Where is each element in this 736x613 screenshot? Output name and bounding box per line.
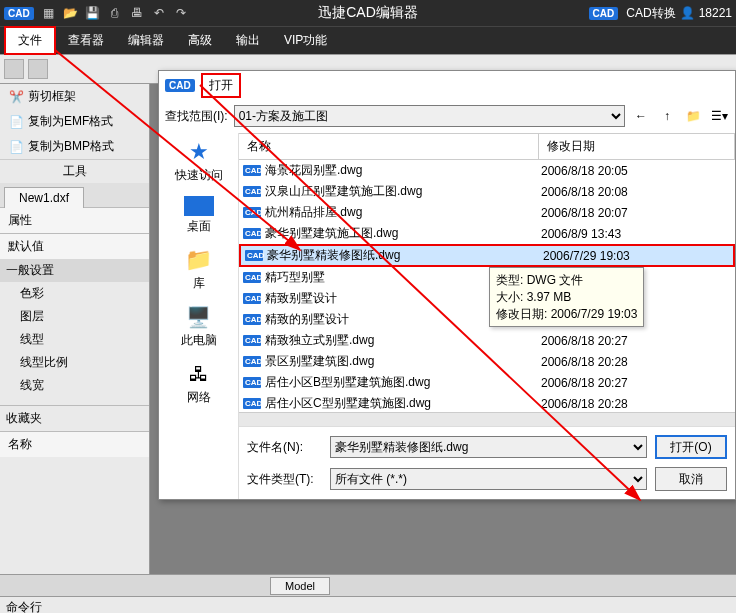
- file-date: 2006/8/18 20:28: [541, 397, 735, 411]
- file-row[interactable]: CAD精致别墅设计2006/8/18 20:27: [239, 288, 735, 309]
- tool-icon[interactable]: [28, 59, 48, 79]
- place-thispc[interactable]: 🖥️此电脑: [181, 304, 217, 349]
- file-row[interactable]: CAD杭州精品排屋.dwg2006/8/18 20:07: [239, 202, 735, 223]
- dwg-icon: CAD: [243, 228, 261, 239]
- cancel-button[interactable]: 取消: [655, 467, 727, 491]
- file-date: 2006/8/18 20:05: [541, 164, 735, 178]
- property-row[interactable]: 色彩: [0, 282, 149, 305]
- command-label: 命令行: [0, 596, 736, 613]
- place-quick[interactable]: ★快速访问: [175, 139, 223, 184]
- model-tab[interactable]: Model: [270, 577, 330, 595]
- cad-badge-icon: CAD: [589, 7, 619, 20]
- side-copy-bmp[interactable]: 📄复制为BMP格式: [0, 134, 149, 159]
- menu-output[interactable]: 输出: [224, 28, 272, 53]
- place-lib[interactable]: 📁库: [183, 247, 215, 292]
- doc-tabs: New1.dxf: [0, 183, 149, 207]
- favorites-header[interactable]: 收藏夹: [0, 405, 149, 431]
- new-folder-icon[interactable]: 📁: [683, 106, 703, 126]
- file-row[interactable]: CAD精致独立式别墅.dwg2006/8/18 20:27: [239, 330, 735, 351]
- menu-vip[interactable]: VIP功能: [272, 28, 339, 53]
- file-tooltip: 类型: DWG 文件 大小: 3.97 MB 修改日期: 2006/7/29 1…: [489, 267, 644, 327]
- menu-bar: 文件 查看器 编辑器 高级 输出 VIP功能: [0, 26, 736, 54]
- user-icon[interactable]: 👤: [680, 6, 695, 20]
- file-name: 精致独立式别墅.dwg: [265, 332, 541, 349]
- places-bar: ★快速访问 桌面 📁库 🖥️此电脑 🖧网络: [159, 133, 239, 499]
- file-row[interactable]: CAD豪华别墅建筑施工图.dwg2006/8/9 13:43: [239, 223, 735, 244]
- side-copy-emf[interactable]: 📄复制为EMF格式: [0, 109, 149, 134]
- dwg-icon: CAD: [243, 272, 261, 283]
- dwg-icon: CAD: [245, 250, 263, 261]
- menu-file[interactable]: 文件: [4, 26, 56, 55]
- side-cut-frame[interactable]: ✂️剪切框架: [0, 84, 149, 109]
- property-row[interactable]: 线型比例: [0, 351, 149, 374]
- look-in-select[interactable]: 01-方案及施工图: [234, 105, 625, 127]
- title-bar: CAD ▦ 📂 💾 ⎙ 🖶 ↶ ↷ 迅捷CAD编辑器 CAD CAD转换 👤 1…: [0, 0, 736, 26]
- file-row[interactable]: CAD汉泉山庄别墅建筑施工图.dwg2006/8/18 20:08: [239, 181, 735, 202]
- file-row[interactable]: CAD居住小区C型别墅建筑施图.dwg2006/8/18 20:28: [239, 393, 735, 412]
- up-icon[interactable]: ↑: [657, 106, 677, 126]
- file-date: 2006/8/9 13:43: [541, 227, 735, 241]
- open-dialog: CAD 打开 查找范围(I): 01-方案及施工图 ← ↑ 📁 ☰▾ ★快速访问…: [158, 70, 736, 500]
- property-row[interactable]: 图层: [0, 305, 149, 328]
- file-row[interactable]: CAD居住小区B型别墅建筑施图.dwg2006/8/18 20:27: [239, 372, 735, 393]
- look-in-row: 查找范围(I): 01-方案及施工图 ← ↑ 📁 ☰▾: [159, 99, 735, 133]
- dwg-icon: CAD: [243, 293, 261, 304]
- file-name: 海景花园别墅.dwg: [265, 162, 541, 179]
- file-row[interactable]: CAD精致的别墅设计2006/8/18 20:27: [239, 309, 735, 330]
- menu-editor[interactable]: 编辑器: [116, 28, 176, 53]
- dwg-icon: CAD: [243, 314, 261, 325]
- filetype-select[interactable]: 所有文件 (*.*): [330, 468, 647, 490]
- list-header: 名称 修改日期: [239, 133, 735, 160]
- copy-icon: 📄: [8, 140, 24, 154]
- dwg-icon: CAD: [243, 335, 261, 346]
- saveas-icon[interactable]: ⎙: [105, 3, 125, 23]
- col-date[interactable]: 修改日期: [539, 134, 735, 159]
- property-row[interactable]: 线型: [0, 328, 149, 351]
- view-menu-icon[interactable]: ☰▾: [709, 106, 729, 126]
- filename-input[interactable]: 豪华别墅精装修图纸.dwg: [330, 436, 647, 458]
- props-header[interactable]: 属性: [0, 207, 149, 233]
- place-network[interactable]: 🖧网络: [183, 361, 215, 406]
- menu-advanced[interactable]: 高级: [176, 28, 224, 53]
- pc-icon: 🖥️: [183, 304, 215, 330]
- menu-viewer[interactable]: 查看器: [56, 28, 116, 53]
- file-row[interactable]: CAD精巧型别墅2006/8/18 20:31: [239, 267, 735, 288]
- scrollbar-h[interactable]: [239, 412, 735, 426]
- label: 复制为BMP格式: [28, 138, 114, 155]
- file-date: 2006/8/18 20:07: [541, 206, 735, 220]
- redo-icon[interactable]: ↷: [171, 3, 191, 23]
- file-row[interactable]: CAD景区别墅建筑图.dwg2006/8/18 20:28: [239, 351, 735, 372]
- save-icon[interactable]: 💾: [83, 3, 103, 23]
- dwg-icon: CAD: [243, 186, 261, 197]
- undo-icon[interactable]: ↶: [149, 3, 169, 23]
- file-rows[interactable]: CAD海景花园别墅.dwg2006/8/18 20:05CAD汉泉山庄别墅建筑施…: [239, 160, 735, 412]
- dwg-icon: CAD: [243, 165, 261, 176]
- filename-label: 文件名(N):: [247, 439, 322, 456]
- side-panel: ✂️剪切框架 📄复制为EMF格式 📄复制为BMP格式 工具 New1.dxf 属…: [0, 84, 150, 574]
- property-row[interactable]: 线宽: [0, 374, 149, 397]
- open-button[interactable]: 打开(O): [655, 435, 727, 459]
- label: 剪切框架: [28, 88, 76, 105]
- file-name: 汉泉山庄别墅建筑施工图.dwg: [265, 183, 541, 200]
- convert-button[interactable]: CAD转换: [626, 5, 675, 22]
- new-icon[interactable]: ▦: [39, 3, 59, 23]
- back-icon[interactable]: ←: [631, 106, 651, 126]
- general-settings[interactable]: 一般设置: [0, 259, 149, 282]
- copy-icon: 📄: [8, 115, 24, 129]
- file-row[interactable]: CAD豪华别墅精装修图纸.dwg2006/7/29 19:03: [239, 244, 735, 267]
- file-name: 景区别墅建筑图.dwg: [265, 353, 541, 370]
- place-desktop[interactable]: 桌面: [184, 196, 214, 235]
- file-row[interactable]: CAD海景花园别墅.dwg2006/8/18 20:05: [239, 160, 735, 181]
- default-header[interactable]: 默认值: [0, 233, 149, 259]
- tool-icon[interactable]: [4, 59, 24, 79]
- col-name[interactable]: 名称: [239, 134, 539, 159]
- print-icon[interactable]: 🖶: [127, 3, 147, 23]
- doc-tab[interactable]: New1.dxf: [4, 187, 84, 208]
- file-name: 豪华别墅建筑施工图.dwg: [265, 225, 541, 242]
- file-date: 2006/8/18 20:27: [541, 334, 735, 348]
- cad-icon: CAD: [165, 79, 195, 92]
- open-icon[interactable]: 📂: [61, 3, 81, 23]
- file-name: 豪华别墅精装修图纸.dwg: [267, 247, 543, 264]
- look-in-label: 查找范围(I):: [165, 108, 228, 125]
- name-header: 名称: [0, 431, 149, 457]
